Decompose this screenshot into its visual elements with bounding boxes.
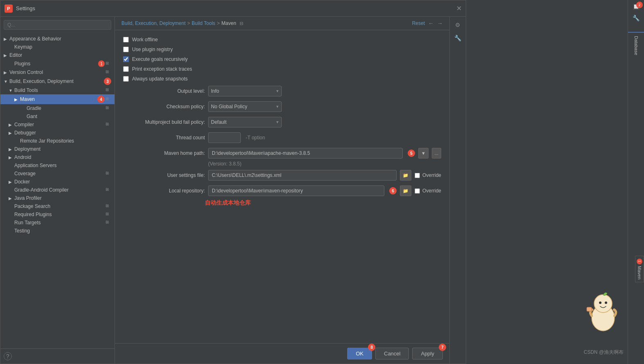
sidebar-item-gant[interactable]: Gant [0,112,114,121]
checkbox-execute-goals: Execute goals recursively [123,56,441,62]
titlebar: P Settings ✕ [0,0,466,17]
user-settings-override-checkbox[interactable] [415,173,420,178]
thread-count-label: Thread count [123,135,205,141]
forward-button[interactable]: → [437,20,443,27]
breadcrumb-actions: Reset ← → [412,20,443,27]
help-button[interactable]: ? [4,352,12,360]
sidebar-item-compiler[interactable]: ▶ Compiler ⊞ [0,121,114,129]
run-targets-icon: ⊞ [105,220,111,226]
marker-4: 4 [97,96,105,103]
local-repo-override-checkbox[interactable] [415,188,420,194]
output-level-select[interactable]: Info Debug Warn Error [208,86,282,96]
sidebar-item-docker[interactable]: ▶ Docker [0,178,114,186]
multiproject-fail-label: Multiproject build fail policy: [123,119,205,125]
multiproject-fail-row: Multiproject build fail policy: Default … [123,117,441,127]
maven-home-input[interactable] [208,148,403,159]
sidebar-item-plugins[interactable]: Plugins 1 ⊞ [0,59,114,68]
close-button[interactable]: ✕ [456,4,462,12]
sidebar-item-version-control[interactable]: ▶ Version Control ⊞ [0,68,114,76]
sidebar-item-coverage[interactable]: Coverage ⊞ [0,170,114,178]
sidebar-item-build[interactable]: ▼ Build, Execution, Deployment 3 [0,76,114,86]
local-repo-browse[interactable]: 📁 [400,185,411,196]
sidebar-item-deployment[interactable]: ▶ Deployment [0,145,114,153]
settings-window: P Settings ✕ ▶ Appearance & Behavior Key… [0,0,466,364]
user-settings-browse[interactable]: 📁 [400,170,411,181]
checkbox-use-plugin: Use plugin registry [123,47,441,52]
always-update-label: Always update snapshots [132,76,188,82]
execute-goals-label: Execute goals recursively [132,56,188,62]
execute-goals-checkbox[interactable] [123,56,129,62]
always-update-checkbox[interactable] [123,76,129,82]
sidebar-item-build-tools[interactable]: ▼ Build Tools ⊞ [0,86,114,94]
multiproject-fail-wrapper: Default Never At End After First [208,117,282,127]
checkbox-print-exception: Print exception stack traces [123,66,441,72]
svg-point-3 [605,301,607,304]
svg-point-1 [594,295,612,313]
sidebar-item-remote-jar[interactable]: Remote Jar Repositories [0,137,114,145]
print-exception-checkbox[interactable] [123,66,129,72]
marker-5: 5 [408,150,415,157]
window-title: Settings [16,5,456,11]
use-plugin-checkbox[interactable] [123,47,129,52]
marker-3: 3 [104,78,111,85]
maven-home-dropdown[interactable]: ▼ [418,148,429,159]
sidebar-item-keymap[interactable]: Keymap [0,43,114,51]
sidebar-item-required-plugins[interactable]: Required Plugins ⊞ [0,210,114,219]
build-tools-icon: ⊞ [105,87,111,93]
breadcrumb-item-3[interactable]: Maven [222,20,236,26]
local-repo-annotation: 自动生成本地仓库 [205,199,251,206]
gradle-android-icon: ⊞ [105,187,111,193]
sidebar-item-app-servers[interactable]: Application Servers [0,161,114,170]
sidebar-item-testing[interactable]: Testing [0,227,114,235]
thread-count-input[interactable] [208,132,241,143]
user-settings-override-label: Override [422,172,441,178]
reset-button[interactable]: Reset [412,20,425,26]
app-icon: P [4,4,13,13]
right-sidebar: ⚙ 🔧 [449,17,466,364]
database-label[interactable]: Database [634,36,639,55]
user-settings-input[interactable] [208,170,397,181]
user-settings-label: User settings file: [123,172,205,178]
output-level-row: Output level: Info Debug Warn Error [123,86,441,96]
t-option-label: -T option [246,135,265,141]
sidebar-item-android[interactable]: ▶ Android [0,153,114,161]
multiproject-fail-select[interactable]: Default Never At End After First [208,117,282,127]
breadcrumb-item-2[interactable]: Build Tools [192,20,215,26]
sidebar-item-editor[interactable]: ▶ Editor [0,51,114,59]
checksum-policy-select[interactable]: No Global Policy Warn Fail Ignore [208,101,282,112]
gear-icon[interactable]: ⚙ [453,20,462,30]
sidebar-item-package-search[interactable]: Package Search ⊞ [0,202,114,210]
csdn-credit: CSDN @渔夫啊布 [583,349,624,356]
main-panel: Build, Execution, Deployment > Build Too… [115,17,449,364]
breadcrumb: Build, Execution, Deployment > Build Too… [115,17,449,30]
back-button[interactable]: ← [428,20,434,27]
bottom-bar: 8 OK Cancel 7 Apply [115,343,449,364]
sidebar-item-gradle-android[interactable]: Gradle-Android Compiler ⊞ [0,186,114,194]
work-offline-label: Work offline [132,37,158,42]
cancel-button[interactable]: Cancel [375,348,409,360]
maven-home-label: Maven home path: [123,150,205,156]
wrench-icon[interactable]: 🔧 [453,33,463,43]
sidebar-item-run-targets[interactable]: Run Targets ⊞ [0,219,114,227]
gradle-icon: ⊞ [105,105,111,111]
sidebar-item-debugger[interactable]: ▶ Debugger [0,129,114,137]
sidebar-item-maven[interactable]: ▶ Maven 4 ⊞ [0,94,114,104]
print-exception-label: Print exception stack traces [132,66,192,72]
maven-side-tab[interactable]: 1 Maven [635,256,644,282]
apply-button[interactable]: Apply [412,348,443,360]
breadcrumb-item-1[interactable]: Build, Execution, Deployment [121,20,186,26]
tools-icon[interactable]: 🔧 [631,13,641,23]
sidebar-item-appearance[interactable]: ▶ Appearance & Behavior [0,35,114,43]
sidebar-item-gradle[interactable]: Gradle ⊞ [0,104,114,112]
search-input[interactable] [4,20,111,30]
marker-6: 6 [389,187,397,194]
sidebar-item-java-profiler[interactable]: ▶ Java Profiler [0,194,114,202]
vc-icon: ⊞ [105,69,111,75]
work-offline-checkbox[interactable] [123,37,129,42]
breadcrumb-menu-icon[interactable]: ⊟ [240,21,243,26]
local-repo-row: Local repository: 6 📁 Override [123,185,441,196]
svg-point-2 [599,301,601,304]
maven-label: Maven [637,266,642,279]
maven-home-browse[interactable]: ... [432,148,441,159]
local-repo-input[interactable] [208,185,384,196]
